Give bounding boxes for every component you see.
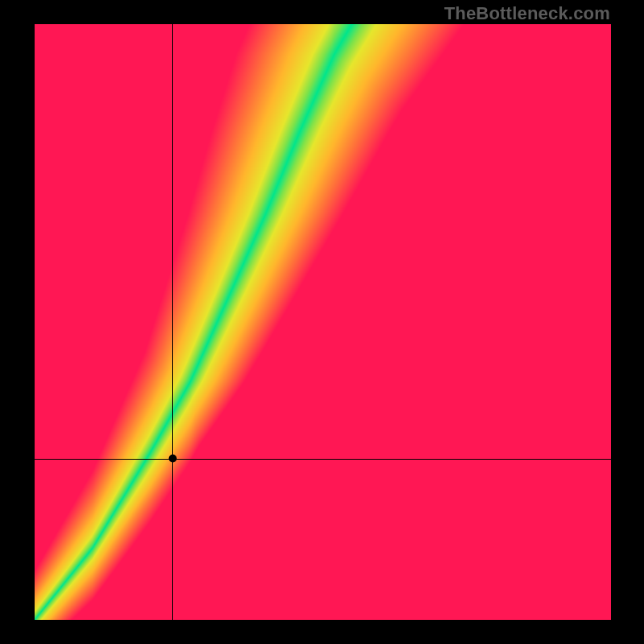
crosshair-vertical [172, 24, 173, 620]
watermark-text: TheBottleneck.com [444, 3, 610, 24]
chart-container: TheBottleneck.com [0, 0, 644, 644]
bottleneck-heatmap [35, 24, 611, 620]
crosshair-horizontal [35, 459, 611, 460]
